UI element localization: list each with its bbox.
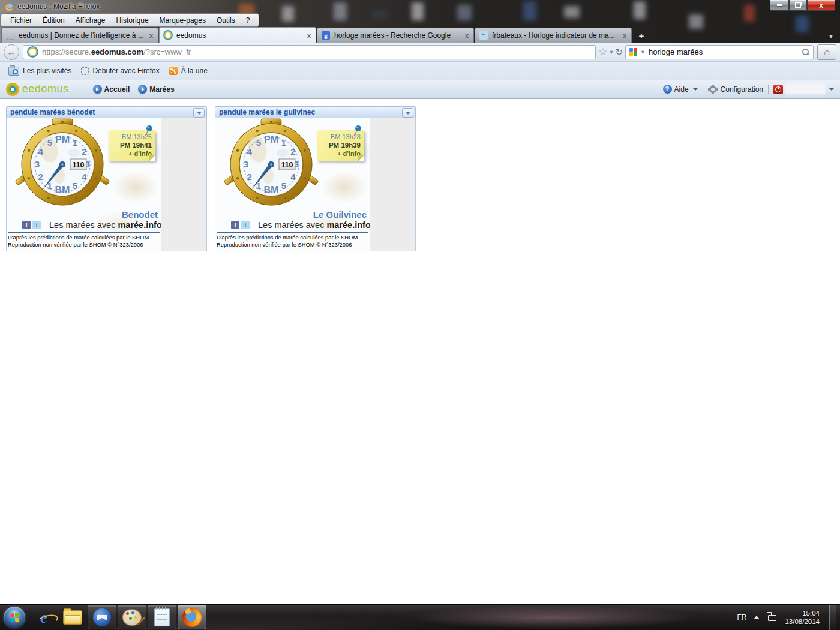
widget-header[interactable]: pendule marées le guilvinec (215, 106, 416, 118)
widget-dropdown-button[interactable] (402, 108, 413, 118)
widget-dropdown-button[interactable] (193, 108, 205, 118)
bookmark-latest-headlines[interactable]: À la une (166, 65, 211, 77)
menu-aide[interactable]: ? (241, 15, 256, 26)
shom-disclaimer-line2: Reproduction non vérifiée par le SHOM © … (217, 241, 352, 248)
facebook-icon[interactable]: f (22, 221, 31, 229)
home-button[interactable]: ⌂ (817, 44, 836, 60)
tide-note[interactable]: BM 13h28 PM 19h39 + d'info (317, 130, 364, 161)
nav-accueil[interactable]: Accueil (93, 85, 130, 94)
language-indicator[interactable]: FR (737, 613, 746, 622)
taskbar: e FR 15:04 13/08/2014 (0, 604, 840, 630)
tab-close-icon[interactable]: x (622, 32, 628, 39)
tab-close-icon[interactable]: x (306, 32, 312, 39)
tab-frbateaux[interactable]: ~ frbateaux - Horloge indicateur de ma..… (475, 28, 632, 43)
tab-eedomus-secure[interactable]: eedomus x (159, 27, 316, 43)
tab-strip: eedomus | Donnez de l'intelligence à ...… (0, 28, 840, 43)
help-menu[interactable]: ? Aide (663, 85, 698, 94)
search-bar[interactable]: ▼ horloge marées (625, 45, 814, 59)
back-button[interactable]: ← (4, 44, 19, 60)
coefficient-value: 110 (72, 161, 84, 169)
tab-close-icon[interactable]: x (464, 32, 470, 39)
folder-icon (63, 610, 82, 625)
taskbar-notepad[interactable] (148, 605, 176, 629)
separator (768, 85, 769, 94)
chevron-down-icon[interactable]: ▼ (609, 49, 614, 55)
chevron-down-icon (693, 88, 698, 91)
eedomus-toolbar-right: ? Aide Configuration (663, 85, 834, 94)
svg-text:BM: BM (264, 185, 279, 195)
taskbar-firefox[interactable] (178, 605, 206, 629)
taskbar-windows-explorer[interactable] (59, 606, 86, 629)
tide-note[interactable]: BM 13h25 PM 19h41 + d'info (109, 130, 155, 161)
facebook-icon[interactable]: f (231, 221, 239, 229)
menu-outils[interactable]: Outils (211, 15, 241, 26)
tab-close-icon[interactable]: x (148, 32, 154, 39)
tab-eedomus-www[interactable]: eedomus | Donnez de l'intelligence à ...… (1, 28, 158, 43)
svg-text:PM: PM (55, 134, 70, 145)
svg-text:1: 1 (281, 137, 286, 148)
reload-icon[interactable]: ↻ (615, 47, 623, 56)
network-icon[interactable] (767, 613, 778, 622)
search-engine-chevron-icon[interactable]: ▼ (640, 49, 646, 55)
tab-google-search[interactable]: g horloge marées - Recherche Google x (317, 28, 474, 43)
eedomus-brand[interactable]: eedomus (22, 83, 69, 95)
list-all-tabs-icon[interactable]: ▼ (828, 33, 834, 40)
menu-historique[interactable]: Historique (111, 15, 154, 26)
search-icon[interactable] (802, 48, 809, 56)
taskbar-paint[interactable] (118, 605, 146, 629)
url-bar[interactable]: https://secure.eedomus.com/?src=www_fr (23, 45, 596, 59)
new-tab-button[interactable]: + (634, 29, 649, 41)
svg-text:1: 1 (73, 137, 77, 148)
twitter-icon[interactable]: t (241, 221, 250, 229)
divider (8, 232, 160, 233)
close-button[interactable]: x (807, 0, 835, 11)
account-menu[interactable] (773, 85, 834, 94)
twitter-icon[interactable]: t (32, 221, 41, 229)
search-input[interactable]: horloge marées (649, 47, 799, 56)
chevron-down-icon (829, 88, 834, 91)
start-button[interactable] (4, 607, 25, 628)
tide-clock-image[interactable]: PM BM 1 2 3 4 5 1 2 3 4 5 (7, 118, 161, 251)
show-desktop-button[interactable] (829, 605, 836, 630)
maree-info-brand: marée.info (326, 220, 370, 230)
more-info-link[interactable]: + d'info (320, 149, 361, 158)
smart-folder-icon (8, 67, 19, 76)
shom-disclaimer-line1: D'après les prédictions de marée calculé… (217, 234, 358, 241)
restore-button[interactable] (789, 0, 807, 11)
nav-marees[interactable]: Marées (138, 85, 174, 94)
window-titlebar[interactable]: eedomus - Mozilla Firefox (0, 0, 840, 13)
eedomus-toolbar: eedomus Accueil Marées ? Aide Configurat… (0, 80, 840, 99)
menu-fichier[interactable]: Fichier (5, 15, 37, 26)
widget-header[interactable]: pendule marées bénodet (6, 106, 207, 118)
menu-affichage[interactable]: Affichage (70, 15, 111, 26)
menu-edition[interactable]: Édition (37, 15, 70, 26)
window-controls: x (770, 0, 835, 11)
url-actions: ☆ ▼ ↻ (598, 47, 623, 57)
hidden-icons-arrow-icon[interactable] (754, 616, 760, 619)
taskbar-internet-explorer[interactable]: e (30, 606, 58, 629)
configuration-menu[interactable]: Configuration (708, 85, 763, 94)
tide-clock-image[interactable]: PM BM 1 2 3 4 5 1 2 3 4 5 (215, 118, 370, 251)
tray-clock[interactable]: 15:04 13/08/2014 (785, 609, 820, 626)
page-content: pendule marées bénodet (0, 100, 840, 605)
internet-explorer-icon: e (40, 610, 47, 626)
bookmark-star-icon[interactable]: ☆ (598, 47, 607, 57)
rss-icon (169, 67, 178, 75)
widget-title: pendule marées bénodet (7, 108, 95, 116)
bookmark-getting-started[interactable]: Débuter avec Firefox (77, 65, 163, 77)
google-search-engine-icon[interactable] (629, 48, 637, 56)
site-identity-icon[interactable] (27, 46, 38, 58)
minimize-button[interactable] (770, 0, 789, 11)
svg-text:5: 5 (47, 137, 52, 148)
svg-text:2: 2 (82, 146, 86, 157)
eedomus-logo-icon[interactable] (6, 83, 19, 96)
tide-widget: pendule marées le guilvinec (215, 106, 416, 251)
url-text[interactable]: https://secure.eedomus.com/?src=www_fr (42, 47, 191, 56)
menu-marque-pages[interactable]: Marque-pages (154, 15, 211, 26)
placeholder-dashed-icon (81, 67, 89, 75)
svg-text:4: 4 (290, 172, 296, 182)
bookmark-most-visited[interactable]: Les plus visités (5, 65, 75, 77)
taskbar-thunderbird[interactable] (88, 605, 116, 629)
notepad-icon (154, 608, 170, 626)
more-info-link[interactable]: + d'info (111, 149, 152, 158)
